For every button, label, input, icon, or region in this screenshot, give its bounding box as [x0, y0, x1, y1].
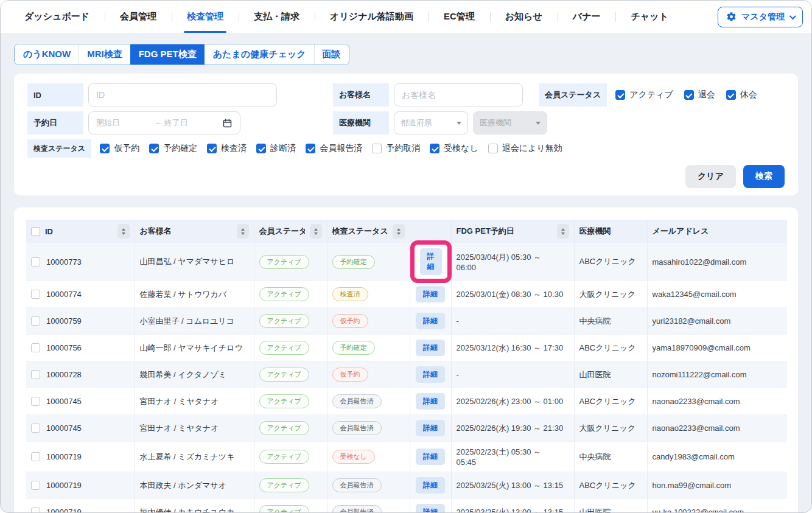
detail-button[interactable]: 詳細 — [416, 504, 445, 513]
exam-status-option[interactable]: 予約確定 — [149, 143, 197, 154]
nav-item-label: 支払・請求 — [254, 11, 299, 23]
row-reservation-date: - — [451, 308, 574, 335]
sort-icon[interactable] — [117, 224, 130, 239]
detail-button[interactable]: 詳細 — [420, 248, 442, 275]
exam-type-tab[interactable]: FDG PET検査 — [130, 44, 205, 65]
caret-down-icon — [536, 122, 541, 125]
exam-type-tab-label: のうKNOW — [23, 49, 71, 60]
highlight-ring: 詳細 — [416, 313, 445, 329]
column-header[interactable]: 会員ステータス — [254, 220, 327, 243]
sort-icon[interactable] — [557, 224, 569, 239]
sort-icon[interactable] — [310, 224, 322, 239]
checkbox[interactable] — [726, 90, 736, 100]
member-status-filter-label: 会員ステータス — [539, 83, 607, 106]
row-checkbox[interactable] — [31, 397, 40, 406]
highlight-ring: 詳細 — [416, 504, 445, 513]
select-all-checkbox[interactable] — [31, 227, 40, 236]
member-status-option[interactable]: 退会 — [684, 89, 715, 100]
column-header[interactable] — [410, 220, 451, 243]
row-checkbox[interactable] — [31, 316, 40, 326]
exam-status-option[interactable]: 予約取消 — [372, 143, 420, 154]
column-header[interactable]: メールアドレス — [647, 220, 787, 243]
exam-type-tab-label: FDG PET検査 — [139, 49, 197, 60]
sort-icon[interactable] — [393, 224, 405, 239]
nav-item[interactable]: バナー — [558, 1, 616, 33]
detail-button[interactable]: 詳細 — [416, 340, 445, 356]
nav-item[interactable]: お知らせ — [490, 1, 558, 33]
detail-button[interactable]: 詳細 — [416, 366, 445, 383]
nav-item[interactable]: 検査管理 — [172, 1, 239, 33]
prefecture-select[interactable]: 都道府県 — [394, 111, 468, 134]
row-email: naonao2233@cmail.com — [647, 388, 787, 415]
detail-button[interactable]: 詳細 — [416, 313, 445, 329]
exam-status-option[interactable]: 会員報告済 — [306, 143, 362, 154]
nav-item[interactable]: チャット — [615, 1, 683, 33]
member-status-badge: アクティブ — [259, 368, 309, 382]
exam-status-option[interactable]: 受検なし — [430, 143, 478, 154]
search-button[interactable]: 検索 — [743, 165, 785, 188]
checkbox-label: 受検なし — [444, 143, 478, 154]
checkbox[interactable] — [430, 144, 439, 153]
row-checkbox[interactable] — [31, 343, 40, 352]
column-header[interactable]: 医療機関 — [574, 220, 647, 243]
exam-status-option[interactable]: 退会により無効 — [488, 143, 562, 154]
column-header[interactable]: ID — [26, 220, 135, 243]
id-filter-input[interactable] — [88, 83, 277, 106]
search-filter-panel: ID お客様名 会員ステータス アクティブ — [14, 74, 798, 195]
detail-button[interactable]: 詳細 — [416, 420, 445, 436]
checkbox[interactable] — [306, 144, 315, 153]
nav-item[interactable]: 支払・請求 — [239, 1, 315, 33]
checkbox[interactable] — [615, 90, 625, 100]
exam-type-tab[interactable]: のうKNOW — [15, 44, 79, 65]
member-status-option[interactable]: 休会 — [726, 89, 757, 100]
results-table: ID お客様名 — [26, 220, 787, 513]
detail-button[interactable]: 詳細 — [416, 477, 445, 494]
clear-button[interactable]: クリア — [685, 165, 736, 188]
column-header[interactable]: お客様名 — [135, 220, 254, 243]
checkbox[interactable] — [488, 144, 498, 153]
row-checkbox[interactable] — [31, 290, 40, 299]
row-checkbox[interactable] — [31, 424, 40, 433]
nav-item[interactable]: EC管理 — [429, 1, 490, 33]
member-status-badge: アクティブ — [259, 287, 309, 301]
row-checkbox[interactable] — [31, 370, 40, 379]
row-checkbox[interactable] — [31, 481, 40, 490]
exam-type-tab[interactable]: MRI検査 — [79, 44, 130, 65]
exam-type-tab[interactable]: あたまの健康チェック — [205, 44, 314, 65]
exam-status-badge: 検査済 — [332, 287, 368, 301]
nav-item[interactable]: 会員管理 — [105, 1, 172, 33]
checkbox[interactable] — [372, 144, 382, 153]
table-row: 10000759 小室由里子 / コムロユリコ アクティブ 仮予約 詳細 - 中 — [26, 308, 787, 335]
sort-icon[interactable] — [237, 224, 249, 239]
row-checkbox[interactable] — [31, 452, 40, 461]
nav-item-label: チャット — [631, 11, 668, 23]
column-header[interactable]: FDG PET予約日 — [451, 220, 574, 243]
row-customer-name: 佐藤若葉 / サトウワカバ — [135, 281, 254, 308]
checkbox[interactable] — [100, 144, 110, 153]
date-range-input[interactable]: 開始日 ～ 終了日 — [88, 111, 240, 134]
institution-select[interactable]: 医療機関 — [473, 111, 547, 134]
nav-item[interactable]: ダッシュボード — [9, 1, 105, 33]
detail-button[interactable]: 詳細 — [416, 393, 445, 410]
calendar-icon — [222, 118, 233, 128]
customer-name-filter-input[interactable] — [394, 83, 523, 106]
detail-button[interactable]: 詳細 — [416, 286, 445, 302]
member-status-option[interactable]: アクティブ — [615, 89, 673, 100]
exam-status-option[interactable]: 診断済 — [256, 143, 296, 154]
row-reservation-date: 2025/02/23(土) 05:30 ～ 05:45 — [451, 442, 574, 472]
master-admin-button[interactable]: マスタ管理 — [718, 7, 803, 27]
exam-type-tab[interactable]: 面談 — [314, 44, 349, 65]
exam-status-option[interactable]: 仮予約 — [100, 143, 139, 154]
detail-button[interactable]: 詳細 — [416, 448, 445, 465]
checkbox[interactable] — [207, 144, 217, 153]
checkbox[interactable] — [149, 144, 159, 153]
row-checkbox[interactable] — [31, 257, 40, 267]
checkbox[interactable] — [256, 144, 266, 153]
checkbox[interactable] — [684, 90, 694, 100]
row-checkbox[interactable] — [31, 508, 40, 513]
row-reservation-date: 2025/02/26(水) 23:00 ～ 01:00 — [451, 388, 574, 415]
nav-item[interactable]: オリジナル落語動画 — [315, 1, 429, 33]
row-institution: 山田医院 — [574, 499, 647, 513]
column-header[interactable]: 検査ステータス — [327, 220, 410, 243]
exam-status-option[interactable]: 検査済 — [207, 143, 247, 154]
